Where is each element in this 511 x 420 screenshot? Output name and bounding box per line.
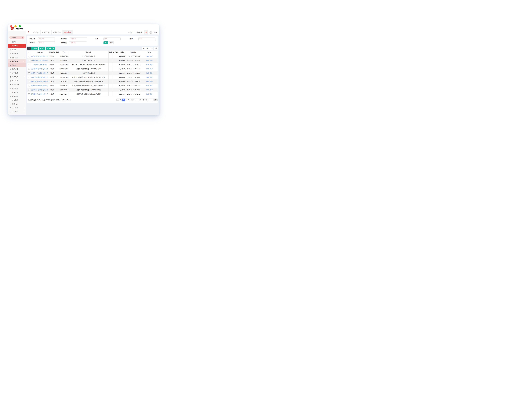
follow-up-link[interactable]: 跟进 [150, 81, 152, 82]
lead-name-link[interactable]: 山东儒德环境工程有限公司 [31, 76, 48, 78]
export-button[interactable]: ▾ [150, 47, 153, 50]
phone-input[interactable] [104, 38, 120, 40]
edit-link[interactable]: 编辑 [146, 68, 149, 70]
submit-button[interactable]: 提交 [104, 41, 108, 44]
sidebar-item-我的线索[interactable]: 我的线索 [8, 67, 26, 71]
search-toggle-button[interactable] [154, 47, 158, 50]
lead-name-link[interactable]: 南京霖厚环保科技有限公司 [31, 68, 48, 70]
page-button-1[interactable]: 1 [122, 98, 125, 101]
sidebar-item-合同订单[interactable]: ❐合同订单 [8, 90, 26, 94]
lead-name-link[interactable]: 无锡市锡苏环保科技有限公司 [31, 81, 49, 82]
row-checkbox[interactable] [28, 93, 30, 95]
row-checkbox[interactable] [28, 60, 30, 61]
lead-name-link[interactable]: 河北西瑞环境科技有限公司 [31, 85, 48, 86]
sidebar-search-box[interactable]: 客户管理 [9, 36, 24, 39]
edit-link[interactable]: 编辑 [146, 85, 149, 86]
sidebar-item-控制台[interactable]: ⊙控制台 [8, 48, 26, 52]
follow-up-link[interactable]: 跟进 [150, 55, 152, 57]
sidebar-item-员工管理[interactable]: ✎员工管理‹ [8, 110, 26, 114]
sidebar-item-商机管理[interactable]: ○商机管理 [8, 87, 26, 90]
row-checkbox[interactable] [28, 89, 30, 91]
row-checkbox[interactable] [28, 64, 30, 65]
follow-up-link[interactable]: 跟进 [150, 89, 152, 91]
edit-link[interactable]: 编辑 [146, 93, 149, 95]
row-checkbox[interactable] [28, 68, 30, 70]
sidebar-item-待办事项[interactable]: ▦待办事项 [8, 52, 26, 55]
sidebar-item-客户管理[interactable]: 客户管理⌄ [8, 60, 26, 63]
tab-客户公海[interactable]: ⧉客户公海 [41, 30, 52, 35]
sidebar-item-线索池[interactable]: ▦线索池 [8, 63, 26, 67]
sidebar-item-商品管理[interactable]: Ⓟ商品管理‹ [8, 106, 26, 110]
follow-up-link[interactable]: 跟进 [150, 64, 152, 65]
lead-name-input[interactable] [38, 38, 55, 40]
page-button-147[interactable]: 147 [138, 98, 142, 101]
edit-link[interactable]: 编辑 [146, 64, 149, 65]
edit-link[interactable]: 编辑 [146, 60, 149, 61]
maximize-window-button[interactable] [19, 25, 21, 27]
home-link[interactable]: ⌂ 主页 [126, 30, 133, 35]
industry-input[interactable] [38, 42, 55, 44]
sidebar-item-合同回款[interactable]: ¥合同回款 [8, 94, 26, 98]
import-button[interactable]: ↥导入 [39, 47, 45, 50]
follow-up-link[interactable]: 跟进 [150, 85, 152, 86]
sidebar-item-客户联系人[interactable]: 客户联系人 [8, 83, 26, 87]
follow-up-link[interactable]: 跟进 [150, 68, 152, 70]
next-page-button[interactable]: 下一页 [142, 98, 148, 101]
page-button-5[interactable]: 5 [133, 98, 135, 101]
lead-name-link[interactable]: 邢台盛岩环保科技有限公司 [31, 55, 48, 57]
lead-source-input[interactable] [70, 38, 87, 40]
prev-page-button[interactable]: 上一页 [116, 98, 122, 101]
page-button-2[interactable]: 2 [125, 98, 128, 101]
user-menu[interactable]: Admin [148, 30, 159, 35]
reset-button[interactable]: 重置 [109, 41, 114, 44]
row-checkbox[interactable] [28, 72, 30, 74]
follow-up-link[interactable]: 跟进 [150, 72, 152, 74]
sidebar-item-办公管理[interactable]: ▤办公管理‹ [8, 55, 26, 60]
minimize-window-button[interactable] [15, 25, 17, 27]
edit-link[interactable]: 编辑 [146, 89, 149, 91]
clear-cache-link[interactable]: 清除缓存 [133, 30, 144, 35]
tab-线索池[interactable]: ▦线索池 [62, 30, 72, 35]
row-checkbox[interactable] [28, 56, 30, 57]
tab-我的线索[interactable]: 我的线索 [52, 30, 62, 35]
sidebar-item-回款计划[interactable]: ○回款计划 [8, 102, 26, 106]
lead-name-link[interactable]: 南京同开环保科技有限公司 [31, 89, 48, 91]
sidebar-item-客户公海[interactable]: ⧉客户公海 [8, 71, 26, 75]
created-time-input[interactable] [70, 42, 87, 44]
jump-page-input[interactable] [149, 98, 152, 101]
columns-button[interactable]: ▦▾ [146, 47, 150, 50]
page-button-3[interactable]: 3 [128, 98, 130, 101]
fullscreen-button[interactable] [144, 30, 148, 35]
refresh-button[interactable]: ↻ [27, 47, 31, 50]
row-checkbox[interactable] [28, 81, 30, 82]
follow-up-link[interactable]: 跟进 [150, 60, 152, 61]
edit-link[interactable]: 编辑 [146, 55, 149, 57]
hamburger-icon[interactable]: ☰ [26, 30, 31, 35]
lead-name-link[interactable]: 山东沁尔源水处理有限公司 [31, 60, 48, 61]
search-icon[interactable] [23, 37, 23, 38]
follow-up-link[interactable]: 跟进 [150, 76, 152, 78]
row-checkbox[interactable] [28, 85, 30, 86]
page-size-select[interactable]: 10 ▲ [62, 99, 66, 101]
lead-name-link[interactable]: 苏州宝川环保设备有限公司 [31, 72, 48, 74]
page-button-4[interactable]: 4 [130, 98, 133, 101]
follow-up-link[interactable]: 跟进 [150, 93, 152, 95]
sidebar-item-客户查重[interactable]: ▥客户查重 [8, 79, 26, 83]
page-ellipsis[interactable]: ... [135, 98, 138, 101]
add-button[interactable]: ＋添加 [31, 47, 38, 50]
toggle-view-button[interactable]: ▤ [142, 47, 146, 50]
jump-button[interactable]: 跳转 [153, 98, 158, 101]
edit-link[interactable]: 编辑 [146, 72, 149, 74]
sidebar-item-精线索[interactable]: ○精线索‹ [8, 40, 26, 44]
sidebar-item-crm管理[interactable]: ⌂crm管理⌄ [8, 44, 26, 48]
sidebar-item-我的客户[interactable]: 我的客户‹ [8, 75, 26, 79]
edit-link[interactable]: 编辑 [146, 76, 149, 78]
sidebar-item-支出费用[interactable]: ⊟支出费用 [8, 98, 26, 102]
edit-link[interactable]: 编辑 [146, 81, 149, 82]
row-checkbox[interactable] [28, 77, 30, 78]
tab-找线索[interactable]: ○找线索 [31, 30, 41, 35]
select-all-checkbox[interactable] [28, 52, 30, 53]
lead-name-link[interactable]: 江苏霸刚环保科技有限公司 [31, 93, 48, 95]
lead-name-link[interactable]: 山东环大水务有限公司 [33, 64, 47, 65]
mobile-input[interactable] [138, 38, 156, 40]
